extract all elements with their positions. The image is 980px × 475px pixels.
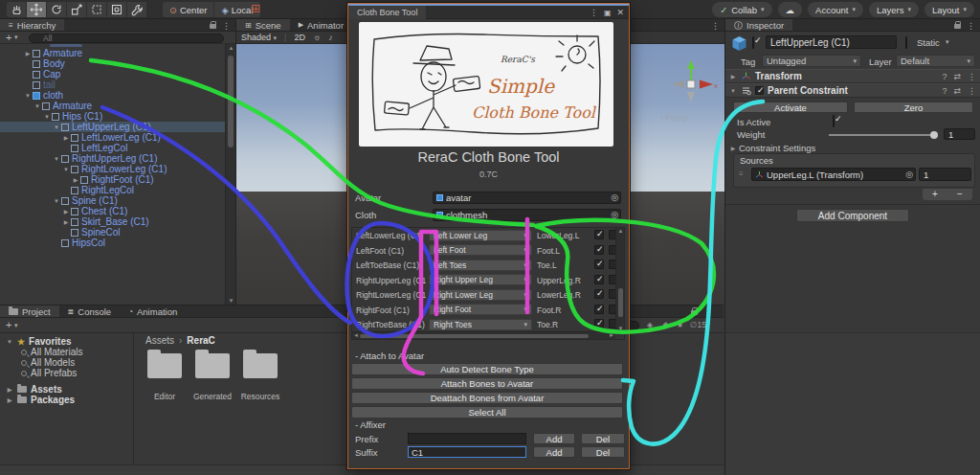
panel-menu-icon[interactable]: ⋮	[967, 21, 975, 31]
foldout-arrow-icon[interactable]	[52, 156, 61, 162]
bone-enabled-checkbox[interactable]	[594, 260, 604, 269]
bone-enabled-checkbox[interactable]	[594, 289, 604, 299]
window-menu-icon[interactable]: ⋮	[590, 8, 598, 17]
tag-dropdown[interactable]: Untagged▾	[762, 55, 861, 67]
presets-icon[interactable]: ⇄	[953, 86, 961, 96]
cloth-bone-tool-tab[interactable]: Cloth Bone Tool	[348, 6, 426, 19]
foldout-arrow-icon[interactable]	[23, 50, 33, 57]
collab-button[interactable]: ✓Collab▾	[712, 2, 771, 17]
source-object-field[interactable]: UpperLeg.L (Transform) ◎	[751, 168, 916, 181]
presets-icon[interactable]: ⇄	[953, 72, 961, 81]
hierarchy-item[interactable]: SpineCol	[0, 227, 225, 238]
create-button[interactable]: +	[6, 32, 11, 43]
foldout-arrow-icon[interactable]	[52, 124, 61, 130]
table-horizontal-scrollbar[interactable]: ◄ ►	[352, 331, 615, 339]
hierarchy-item[interactable]: LeftLegCol	[0, 143, 225, 153]
scroll-up-icon[interactable]: ▲	[226, 45, 236, 51]
suffix-input[interactable]	[408, 446, 526, 458]
grid-snap-icon[interactable]: ⊞	[251, 3, 260, 15]
lock-icon[interactable]	[954, 24, 961, 29]
tool-action-button[interactable]: Deattach Bones from Avatar	[351, 392, 623, 404]
packages-root[interactable]: ▶Packages	[0, 395, 133, 405]
hierarchy-tab[interactable]: ≡Hierarchy	[0, 19, 64, 31]
hierarchy-item[interactable]: HipsCol	[0, 238, 225, 248]
rotate-tool-button[interactable]	[47, 2, 66, 17]
scroll-up-icon[interactable]: ▲	[616, 228, 625, 234]
foldout-arrow-icon[interactable]: ▼	[729, 88, 737, 94]
foldout-arrow-icon[interactable]	[61, 134, 71, 141]
cloud-button[interactable]: ☁	[778, 2, 803, 17]
bone-type-dropdown[interactable]: Left Foot▾	[429, 244, 532, 256]
bone-enabled-checkbox[interactable]	[594, 230, 604, 239]
foldout-arrow-icon[interactable]: ▶	[729, 73, 737, 79]
prefix-del-button[interactable]: Del	[581, 433, 625, 444]
lock-icon[interactable]	[691, 310, 698, 315]
hierarchy-item[interactable]: Cap	[0, 69, 225, 79]
hierarchy-item[interactable]: Skirt_Base (C1)	[0, 216, 225, 227]
shading-mode-dropdown[interactable]: Shaded ▾	[241, 33, 277, 42]
favorites-item[interactable]: All Models	[0, 357, 133, 368]
scroll-down-icon[interactable]: ▼	[616, 326, 625, 331]
bone-enabled-checkbox[interactable]	[594, 275, 604, 284]
panel-menu-icon[interactable]: ⋮	[703, 307, 712, 317]
hidden-count-badge[interactable]: ∅15	[690, 320, 706, 329]
lock-icon[interactable]	[210, 24, 216, 29]
tool-action-button[interactable]: Auto Detect Bone Type	[351, 363, 623, 375]
suffix-add-button[interactable]: Add	[533, 446, 575, 458]
prefix-add-button[interactable]: Add	[533, 433, 575, 444]
static-dropdown-icon[interactable]: ▾	[946, 38, 949, 46]
is-active-checkbox[interactable]	[833, 115, 835, 127]
hierarchy-item[interactable]: Armature	[0, 101, 225, 111]
hierarchy-item[interactable]: cloth	[0, 90, 225, 101]
activate-button[interactable]: Activate	[733, 102, 848, 113]
favorites-root[interactable]: ▼★Favorites	[0, 336, 133, 347]
transform-component-header[interactable]: ▶ Transform ?⇄⋮	[725, 69, 980, 83]
bone-type-dropdown[interactable]: Right Toes▾	[429, 319, 532, 330]
hierarchy-item[interactable]: RightLowerLeg (C1)	[0, 164, 225, 174]
hierarchy-item[interactable]: RightLegCol	[0, 185, 225, 195]
scroll-left-icon[interactable]: ◄	[353, 332, 359, 338]
hierarchy-item[interactable]: LeftLowerLeg (C1)	[0, 132, 225, 143]
bone-type-dropdown[interactable]: Left Lower Leg▾	[429, 230, 532, 241]
lighting-toggle-icon[interactable]: ☼	[313, 33, 321, 42]
animator-tab[interactable]: ▶Animator	[290, 19, 352, 31]
hierarchy-scrollbar[interactable]: ▲ ▼	[225, 44, 235, 305]
help-icon[interactable]: ?	[942, 86, 947, 96]
hierarchy-item[interactable]: RightFoot (C1)	[0, 174, 225, 185]
object-picker-icon[interactable]: ◎	[611, 192, 618, 202]
close-icon[interactable]: ✕	[616, 8, 624, 17]
scrollbar-thumb[interactable]	[228, 56, 234, 147]
foldout-arrow-icon[interactable]	[71, 176, 80, 183]
bone-type-dropdown[interactable]: Left Toes▾	[429, 260, 532, 271]
tool-action-button[interactable]: Attach Bones to Avatar	[351, 377, 623, 390]
zero-button[interactable]: Zero	[854, 102, 973, 113]
pivot-mode-button[interactable]: ⊙Center	[163, 2, 213, 17]
create-menu-icon[interactable]: ▾	[14, 322, 18, 329]
search-by-label-icon[interactable]: ❖	[662, 321, 669, 329]
gameobject-name-field[interactable]	[766, 35, 897, 49]
parent-constraint-header[interactable]: ▼ Parent Constraint ?⇄⋮	[725, 83, 980, 98]
bone-enabled-checkbox[interactable]	[594, 319, 604, 328]
inspector-tab[interactable]: i Inspector	[725, 19, 792, 31]
add-component-button[interactable]: Add Component	[796, 209, 909, 222]
bone-type-dropdown[interactable]: Right Lower Leg▾	[429, 289, 532, 301]
create-menu-icon[interactable]: ▾	[14, 34, 18, 41]
panel-menu-icon[interactable]: ⋮	[711, 21, 720, 31]
foldout-arrow-icon[interactable]	[61, 218, 71, 225]
hierarchy-item[interactable]: RightUpperLeg (C1)	[0, 153, 225, 164]
suffix-del-button[interactable]: Del	[581, 446, 625, 458]
breadcrumb-current[interactable]: ReraC	[187, 335, 214, 346]
animation-tab[interactable]: ◔Animation	[120, 305, 186, 317]
audio-toggle-icon[interactable]: ♪	[328, 33, 333, 42]
folder-item[interactable]: Editor	[140, 353, 189, 401]
scene-orientation-gizmo[interactable]: x	[663, 57, 719, 111]
console-tab[interactable]: ≣Console	[59, 305, 121, 317]
transform-tool-button[interactable]	[107, 2, 126, 17]
folder-item[interactable]: Generated	[188, 353, 237, 401]
foldout-arrow-icon[interactable]	[23, 93, 33, 99]
bone-type-dropdown[interactable]: Right Upper Leg▾	[429, 274, 532, 285]
foldout-arrow-icon[interactable]	[42, 114, 52, 120]
source-weight-field[interactable]: 1	[919, 168, 971, 181]
create-button[interactable]: +	[6, 319, 11, 330]
component-menu-icon[interactable]: ⋮	[968, 72, 976, 81]
